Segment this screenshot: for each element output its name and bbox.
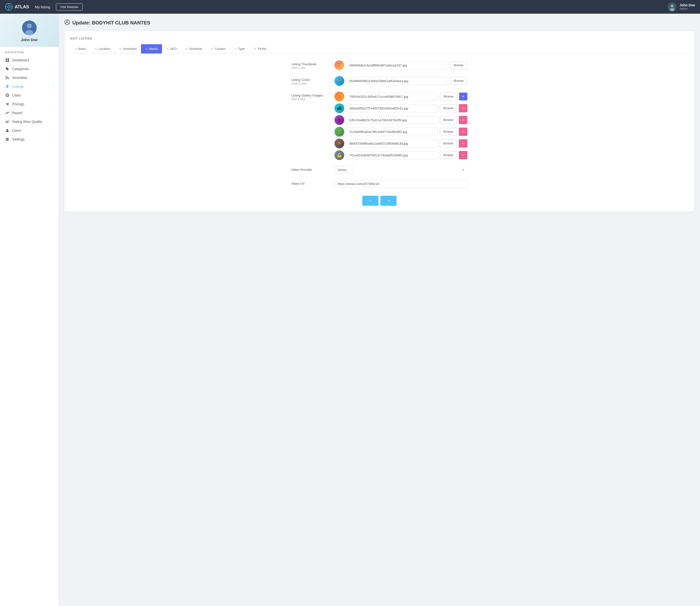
gallery-remove-2[interactable]: − <box>459 116 467 124</box>
next-button[interactable]: → <box>380 196 397 206</box>
chevron-right-icon: › <box>53 129 54 132</box>
sidebar-item-dashboard[interactable]: Dashboard <box>0 56 59 65</box>
tab-amenities-label: Amenities <box>123 47 137 51</box>
gallery-input-2[interactable] <box>346 116 438 124</box>
gallery-remove-4[interactable]: − <box>459 139 467 147</box>
sidebar-item-users-label: Users <box>12 129 21 133</box>
svg-rect-12 <box>6 59 7 60</box>
tab-media-label: Media <box>149 47 158 51</box>
tabs: ○ Basic ○ Location ○ Amenities ○ Media ○ <box>70 44 688 53</box>
chevron-right-icon: › <box>53 67 54 71</box>
svg-point-1 <box>7 6 10 8</box>
tab-seo[interactable]: ○ SEO <box>162 44 181 53</box>
sidebar-item-cities[interactable]: Cities › <box>0 91 59 100</box>
tab-basic[interactable]: ○ Basic <box>70 44 90 53</box>
tab-type[interactable]: ○ Type <box>230 44 249 53</box>
sidebar-username: John Doe <box>21 38 38 42</box>
svg-point-34 <box>7 139 8 140</box>
cart-icon <box>5 102 10 106</box>
visit-website-button[interactable]: Visit Website <box>56 3 83 10</box>
person-circle-icon <box>65 20 70 26</box>
video-url-row: Video Url <box>291 180 467 188</box>
tab-finish[interactable]: ✓ Finish <box>249 44 271 53</box>
sidebar-item-pricings[interactable]: Pricings › <box>0 100 59 109</box>
video-url-input[interactable] <box>334 180 467 188</box>
gallery-image-row-4: 🏃 Browse − <box>334 139 467 148</box>
gallery-browse-5[interactable]: Browse <box>440 151 457 159</box>
sidebar-item-listings[interactable]: Listings › <box>0 82 59 91</box>
video-provider-select[interactable]: Vimeo YouTube <box>334 166 353 174</box>
nav-buttons: ← → <box>70 196 688 206</box>
svg-rect-14 <box>6 60 7 62</box>
tab-schedule[interactable]: ○ Schedule <box>181 44 207 53</box>
tag-icon <box>5 67 10 71</box>
video-url-label: Video Url <box>291 180 331 185</box>
tab-amenities[interactable]: ○ Amenities <box>115 44 141 53</box>
gallery-browse-3[interactable]: Browse <box>440 128 457 136</box>
sidebar-item-rating[interactable]: Rating Wise Quality <box>0 117 59 126</box>
user-info: John Doe Admin <box>679 3 695 10</box>
thumbnail-browse-button[interactable]: Browse <box>450 61 467 69</box>
gallery-input-4[interactable] <box>346 140 438 147</box>
page-header: Update: BODYHIT CLUB NANTES <box>65 20 694 26</box>
svg-point-35 <box>7 140 7 141</box>
gallery-browse-4[interactable]: Browse <box>440 140 457 147</box>
sidebar-avatar-icon <box>22 21 37 35</box>
cover-browse-button[interactable]: Browse <box>450 77 467 85</box>
main-content: Update: BODYHIT CLUB NANTES EDIT LISTING… <box>59 14 700 606</box>
gallery-browse-1[interactable]: Browse <box>440 104 457 112</box>
chevron-right-icon: › <box>53 102 54 106</box>
sidebar-item-settings[interactable]: Settings › <box>0 135 59 144</box>
tab-contact[interactable]: ○ Contact <box>207 44 230 53</box>
svg-rect-15 <box>7 60 9 62</box>
gallery-thumb-5: 💪 <box>334 150 344 160</box>
svg-point-16 <box>6 68 7 68</box>
logo-text: ATLAS <box>15 4 29 9</box>
video-provider-row: Video Provider Vimeo YouTube ▼ <box>291 166 467 174</box>
gallery-input-1[interactable] <box>346 104 438 112</box>
pin-icon <box>5 85 10 89</box>
gallery-image-row-3: 🏋 Browse − <box>334 127 467 137</box>
user-role: Admin <box>679 7 695 10</box>
tab-location[interactable]: ○ Location <box>90 44 115 53</box>
sidebar-item-categories[interactable]: Categories › <box>0 65 59 73</box>
tab-basic-label: Basic <box>78 47 86 51</box>
chevron-right-icon: › <box>53 85 54 88</box>
prev-button[interactable]: ← <box>362 196 378 206</box>
gallery-remove-3[interactable]: − <box>459 127 467 136</box>
gallery-remove-1[interactable]: − <box>459 104 467 112</box>
sidebar-item-amenities[interactable]: Amenities › <box>0 73 59 82</box>
cover-row: Listing Cover (1600 X 600) 🏃 Browse <box>291 76 467 86</box>
my-listing-link[interactable]: My listing <box>35 5 50 9</box>
tab-schedule-label: Schedule <box>189 47 202 51</box>
gallery-thumb-0: 🤸 <box>334 92 344 101</box>
globe-icon <box>5 93 10 97</box>
sidebar-item-report-label: Report <box>12 111 22 115</box>
sidebar-item-report[interactable]: Report <box>0 109 59 117</box>
tab-media[interactable]: ○ Media <box>141 44 162 53</box>
thumbnail-input[interactable] <box>346 61 448 69</box>
person-icon <box>5 129 10 133</box>
gallery-input-3[interactable] <box>346 128 438 136</box>
tab-basic-icon: ○ <box>75 47 77 51</box>
gallery-input-0[interactable] <box>346 93 438 101</box>
svg-point-7 <box>671 4 674 7</box>
user-name: John Doe <box>679 3 695 7</box>
sidebar: John Doe NAVIGATION Dashboard Categories… <box>0 14 59 606</box>
sidebar-item-rating-label: Rating Wise Quality <box>12 120 42 124</box>
cover-input[interactable] <box>346 77 448 85</box>
sidebar-item-amenities-label: Amenities <box>12 76 27 80</box>
gallery-add-button[interactable]: + <box>459 93 467 100</box>
tab-finish-icon: ✓ <box>254 47 257 51</box>
gallery-remove-5[interactable]: − <box>459 151 467 159</box>
sidebar-item-users[interactable]: Users › <box>0 126 59 135</box>
thumbnail-control: 🏋 Browse <box>334 60 467 70</box>
cover-control: 🏃 Browse <box>334 76 467 86</box>
gallery-browse-2[interactable]: Browse <box>440 116 457 124</box>
gallery-input-5[interactable] <box>346 151 438 159</box>
sidebar-item-listings-label: Listings <box>12 85 24 89</box>
gallery-image-row-2: 🏟 Browse − <box>334 115 467 125</box>
gallery-browse-0[interactable]: Browse <box>440 93 457 100</box>
logo-icon <box>5 3 13 11</box>
svg-point-11 <box>25 30 33 35</box>
